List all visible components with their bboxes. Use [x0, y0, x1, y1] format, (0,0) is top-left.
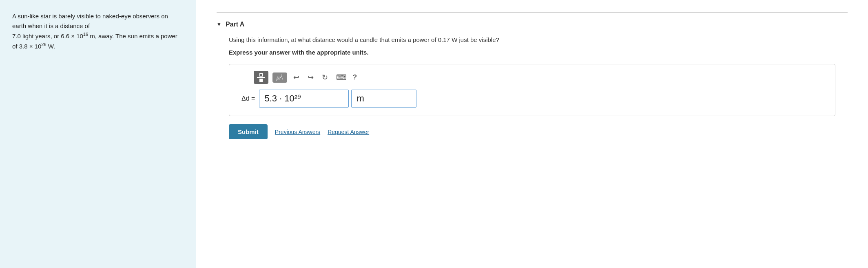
refresh-button[interactable]: ↻ [320, 72, 330, 83]
redo-button[interactable]: ↪ [306, 72, 316, 83]
fraction-button[interactable] [254, 71, 268, 84]
keyboard-button[interactable]: ⌨ [334, 72, 349, 83]
help-button[interactable]: ? [353, 73, 357, 81]
chevron-down-icon[interactable]: ▼ [217, 22, 221, 27]
express-instruction: Express your answer with the appropriate… [229, 49, 848, 56]
part-header: ▼ Part A [217, 12, 848, 28]
undo-button[interactable]: ↩ [291, 72, 301, 83]
math-toolbar: μÅ ↩ ↪ ↻ ⌨ ? [237, 71, 827, 84]
submit-button[interactable]: Submit [229, 124, 268, 139]
math-value-input[interactable] [259, 90, 349, 108]
actions-row: Submit Previous Answers Request Answer [229, 124, 848, 139]
page-layout: A sun-like star is barely visible to nak… [0, 0, 868, 268]
input-row: Δd = [237, 90, 827, 108]
delta-label: Δd = [241, 95, 255, 102]
request-answer-button[interactable]: Request Answer [328, 129, 369, 135]
fraction-icon [257, 73, 266, 82]
units-button[interactable]: μÅ [272, 72, 287, 83]
answer-panel: ▼ Part A Using this information, at what… [196, 0, 868, 268]
problem-text: A sun-like star is barely visible to nak… [12, 11, 184, 51]
answer-box: μÅ ↩ ↪ ↻ ⌨ ? Δd = [229, 64, 835, 116]
question-text: Using this information, at what distance… [229, 36, 848, 43]
previous-answers-button[interactable]: Previous Answers [275, 129, 320, 135]
unit-input[interactable] [351, 90, 416, 108]
problem-panel: A sun-like star is barely visible to nak… [0, 0, 196, 268]
part-title: Part A [226, 21, 245, 28]
